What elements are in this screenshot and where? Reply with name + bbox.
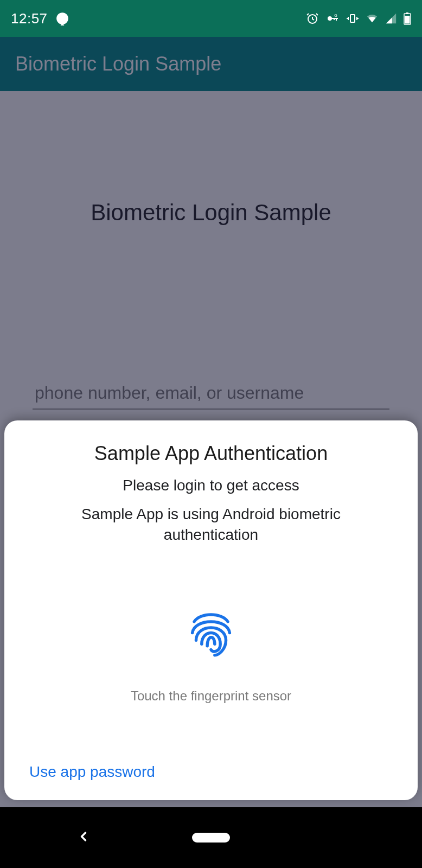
dialog-description: Sample App is using Android biometric au… <box>43 504 379 545</box>
use-password-button[interactable]: Use app password <box>29 763 155 781</box>
svg-text:G: G <box>334 14 337 17</box>
home-pill[interactable] <box>192 833 230 843</box>
back-icon[interactable] <box>76 829 91 846</box>
status-time: 12:57 <box>11 10 48 27</box>
vpn-key-icon: G <box>325 12 340 25</box>
alarm-icon <box>306 12 319 25</box>
status-bar: 12:57 @ G <box>0 0 422 37</box>
status-bar-right: G <box>306 12 411 25</box>
dialog-subtitle: Please login to get access <box>123 477 299 494</box>
svg-rect-8 <box>350 15 355 22</box>
svg-rect-6 <box>334 18 335 20</box>
svg-point-3 <box>328 16 332 21</box>
wifi-icon <box>366 12 379 24</box>
dialog-title: Sample App Authentication <box>94 442 328 465</box>
status-bar-left: 12:57 @ <box>11 10 69 27</box>
battery-icon <box>404 12 411 25</box>
sensor-hint: Touch the fingerprint sensor <box>131 688 291 704</box>
at-badge-icon: @ <box>55 11 69 25</box>
svg-rect-5 <box>336 18 337 21</box>
fingerprint-icon <box>181 605 241 667</box>
svg-text:@: @ <box>59 14 66 22</box>
cell-signal-icon <box>385 12 397 24</box>
navigation-bar <box>0 807 422 868</box>
vibrate-icon <box>346 12 359 25</box>
svg-rect-11 <box>405 16 410 24</box>
biometric-dialog: Sample App Authentication Please login t… <box>4 420 418 800</box>
svg-rect-10 <box>406 12 408 14</box>
